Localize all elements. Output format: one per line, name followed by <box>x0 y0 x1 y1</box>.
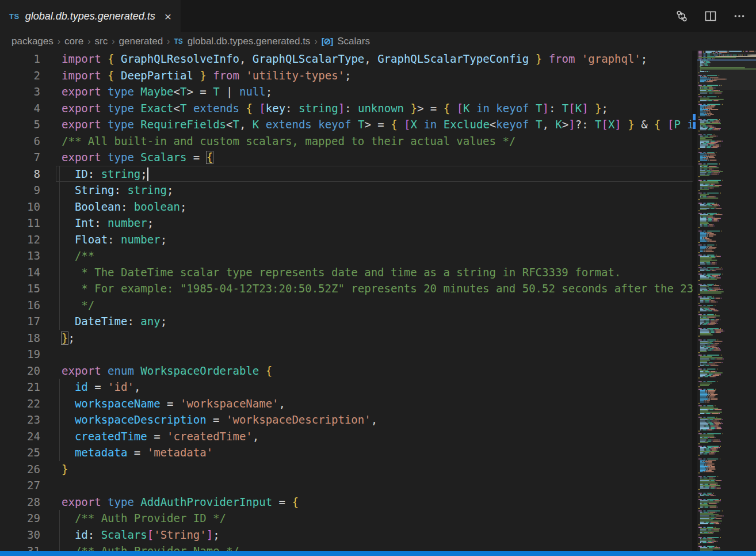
open-changes-icon[interactable] <box>675 10 688 22</box>
chevron-right-icon: › <box>112 36 114 47</box>
code-line[interactable]: Int: number; <box>0 215 693 231</box>
indent-guide <box>59 313 60 330</box>
indent-guide <box>59 247 60 264</box>
editor-pane[interactable]: 1234567891011121314151617181920212223242… <box>0 51 756 556</box>
minimap-decoration-marker <box>693 114 696 129</box>
code-line[interactable]: } <box>0 461 693 478</box>
code-line[interactable]: export type AddAuthProviderInput = { <box>0 494 693 511</box>
code-line[interactable]: workspaceDescription = 'workspaceDescrip… <box>0 412 693 428</box>
code-line[interactable]: id = 'id', <box>0 379 693 395</box>
code-line[interactable]: export enum WorkspaceOrderable { <box>0 363 693 379</box>
editor-toolbar <box>675 0 756 32</box>
breadcrumb-item-symbol[interactable]: Scalars <box>337 36 370 47</box>
code-line[interactable]: Boolean: boolean; <box>0 199 693 215</box>
code-line[interactable]: * The DateTime scalar type represents da… <box>0 264 693 281</box>
tab-global-db-types-generated[interactable]: TS global.db.types.generated.ts × <box>0 0 181 32</box>
indent-guide <box>59 428 60 445</box>
bracket-match-highlight <box>206 151 213 164</box>
split-editor-icon[interactable] <box>704 10 717 22</box>
indent-guide <box>59 182 60 199</box>
code-line[interactable]: /** <box>0 247 693 264</box>
indent-guide <box>59 444 60 461</box>
indent-guide <box>59 527 60 543</box>
code-line[interactable] <box>0 477 693 494</box>
breadcrumb-item-core[interactable]: core <box>64 36 83 47</box>
indent-guide <box>59 264 60 281</box>
code-line[interactable]: ID: string; <box>0 166 693 182</box>
indent-guide <box>59 510 60 527</box>
code-line[interactable]: export type Exact<T extends { [key: stri… <box>0 100 693 117</box>
status-bar[interactable] <box>0 551 756 556</box>
code-line[interactable]: DateTime: any; <box>0 313 693 330</box>
code-line[interactable]: * For example: "1985-04-12T23:20:50.52Z"… <box>0 280 693 297</box>
code-line[interactable]: export type Scalars = { <box>0 149 693 166</box>
breadcrumb: packages›core›src›generated›TSglobal.db.… <box>0 32 756 51</box>
text-cursor <box>147 167 148 181</box>
indent-guide <box>59 166 60 182</box>
code-line[interactable]: */ <box>0 297 693 314</box>
indent-guide <box>59 379 60 395</box>
indent-guide <box>59 412 60 428</box>
code-line[interactable]: id: Scalars['String']; <box>0 527 693 543</box>
chevron-right-icon: › <box>87 36 90 47</box>
code-line[interactable]: import { DeepPartial } from 'utility-typ… <box>0 67 693 84</box>
indent-guide <box>59 280 60 297</box>
breadcrumb-item-packages[interactable]: packages <box>12 36 54 47</box>
breadcrumb-item-generated[interactable]: generated <box>119 36 163 47</box>
code-line[interactable]: import { GraphQLResolveInfo, GraphQLScal… <box>0 51 693 67</box>
code-line[interactable]: export type Maybe<T> = T | null; <box>0 83 693 100</box>
bracket-match-highlight <box>61 332 68 345</box>
breadcrumb-item-src[interactable]: src <box>95 36 108 47</box>
indent-guide <box>59 297 60 314</box>
code-line[interactable]: workspaceName = 'workspaceName', <box>0 395 693 412</box>
chevron-right-icon: › <box>58 36 60 47</box>
chevron-right-icon: › <box>314 36 317 47</box>
typescript-file-icon: TS <box>174 37 182 45</box>
code-line[interactable]: metadata = 'metadata' <box>0 444 693 461</box>
code-line[interactable]: }; <box>0 330 693 346</box>
code-line[interactable]: Float: number; <box>0 231 693 248</box>
code-line[interactable]: /** All built-in and custom scalars, map… <box>0 133 693 150</box>
minimap[interactable] <box>697 51 756 556</box>
more-actions-icon[interactable] <box>733 10 746 22</box>
indent-guide <box>59 395 60 412</box>
code-line[interactable]: createdTime = 'createdTime', <box>0 428 693 445</box>
code-line[interactable] <box>0 346 693 363</box>
code-line[interactable]: /** Auth Provider ID */ <box>0 510 693 527</box>
code-line[interactable]: String: string; <box>0 182 693 199</box>
indent-guide <box>59 199 60 215</box>
indent-guide <box>59 215 60 231</box>
symbol-type-icon: [⊘] <box>322 36 333 47</box>
tab-title: global.db.types.generated.ts <box>25 10 155 22</box>
breadcrumb-item-file[interactable]: global.db.types.generated.ts <box>188 36 311 47</box>
code-line[interactable]: export type RequireFields<T, K extends k… <box>0 116 693 133</box>
tab-bar: TS global.db.types.generated.ts × <box>0 0 756 32</box>
chevron-right-icon: › <box>167 36 170 47</box>
indent-guide <box>59 231 60 248</box>
typescript-file-icon: TS <box>9 12 20 21</box>
tab-close-icon[interactable]: × <box>162 9 174 24</box>
